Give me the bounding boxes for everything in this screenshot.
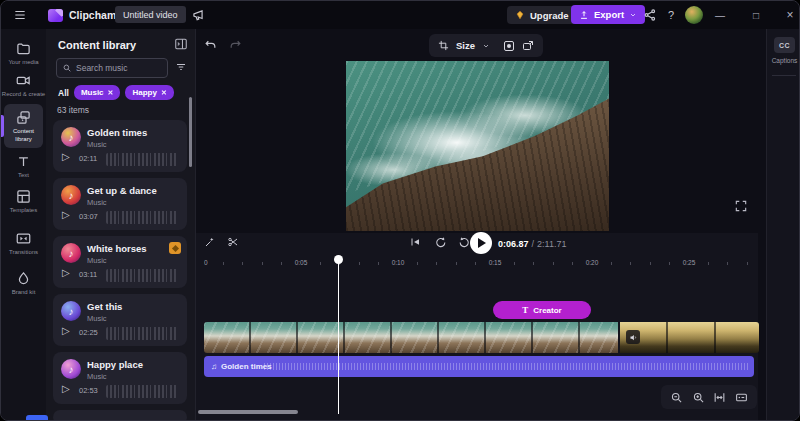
size-button[interactable]: Size	[456, 40, 475, 51]
undo-icon	[204, 38, 217, 51]
autofit-button[interactable]	[522, 40, 534, 52]
horizontal-scrollbar[interactable]	[198, 410, 298, 414]
music-note-icon: ♪	[61, 243, 81, 263]
sidebar-item-record-create[interactable]: Record & create	[1, 73, 46, 99]
collapse-panel-button[interactable]	[174, 37, 188, 51]
diamond-icon	[515, 10, 525, 20]
ruler-label: 0:25	[683, 259, 696, 266]
video-preview	[346, 61, 609, 231]
waveform	[106, 269, 178, 282]
music-track-card[interactable]: ♪ Golden times Music ▷ 02:11	[53, 120, 187, 172]
share-button[interactable]	[643, 1, 657, 29]
announcements-button[interactable]	[191, 1, 800, 29]
captions-button[interactable]: CC	[774, 37, 795, 53]
upgrade-button[interactable]: Upgrade	[507, 6, 577, 24]
redo-icon	[229, 38, 242, 51]
editor-area: Size 0:06.8	[196, 29, 766, 421]
track-duration: 03:11	[79, 270, 97, 279]
background-color-button[interactable]	[503, 40, 515, 52]
clipchamp-logo	[48, 1, 63, 29]
taskbar-peek-fragment	[26, 415, 48, 421]
audio-clip[interactable]: ♫ Golden times	[204, 356, 754, 377]
play-preview-button[interactable]: ▷	[62, 209, 70, 220]
export-button[interactable]: Export	[571, 5, 645, 24]
play-preview-button[interactable]: ▷	[62, 267, 70, 278]
text-icon	[16, 154, 31, 169]
music-track-list: ♪ Golden times Music ▷ 02:11 ♪ Get up & …	[53, 120, 187, 421]
search-box[interactable]	[56, 58, 168, 78]
cc-icon: CC	[779, 42, 790, 49]
sidebar-item-templates[interactable]: Templates	[1, 189, 46, 215]
fullscreen-button[interactable]	[734, 199, 748, 213]
account-avatar[interactable]	[685, 1, 703, 29]
music-track-card[interactable]: ♪ Get this Music ▷ 02:25	[53, 294, 187, 346]
content-library-panel: Content library All Music ✕ Happy ✕ 63 i…	[46, 29, 196, 421]
playhead[interactable]	[334, 255, 343, 415]
chip-close-icon[interactable]: ✕	[161, 89, 167, 97]
waveform	[106, 327, 178, 340]
filter-button[interactable]	[175, 61, 187, 73]
window-minimize-button[interactable]: —	[713, 1, 727, 29]
waveform	[106, 211, 178, 224]
music-note-icon: ♪	[61, 359, 81, 379]
zoom-out-button[interactable]	[670, 391, 683, 404]
sidebar-item-your-media[interactable]: Your media	[1, 41, 46, 67]
sidebar-item-content-library[interactable]: Content library	[4, 104, 43, 148]
hamburger-icon	[13, 8, 27, 22]
window-maximize-button[interactable]: □	[749, 1, 763, 29]
waveform	[106, 385, 178, 398]
top-bar: Clipchamp Untitled video Upgrade Export …	[1, 1, 800, 29]
redo-button[interactable]	[229, 38, 242, 51]
split-button[interactable]	[227, 236, 239, 248]
size-toolbar: Size	[429, 34, 543, 57]
audio-muted-chip	[626, 330, 640, 344]
text-clip[interactable]: T Creator	[493, 301, 591, 319]
sidebar-item-brand-kit[interactable]: Brand kit	[1, 271, 46, 297]
music-track-card[interactable]: ♪ White horses Music ▷ 03:11	[53, 236, 187, 288]
video-clip-ocean[interactable]	[204, 322, 618, 353]
timeline-view-button[interactable]	[735, 391, 748, 404]
sidebar-item-text[interactable]: Text	[1, 154, 46, 180]
jump-back-button[interactable]	[434, 236, 447, 249]
panel-title: Content library	[58, 39, 136, 51]
scissors-icon	[227, 236, 239, 248]
help-button[interactable]: ?	[668, 1, 674, 29]
music-note-icon: ♪	[61, 301, 81, 321]
divider	[772, 75, 796, 76]
play-preview-button[interactable]: ▷	[62, 325, 70, 336]
vertical-scrollbar[interactable]	[189, 97, 192, 167]
sidebar-item-transitions[interactable]: Transitions	[1, 231, 46, 257]
track-duration: 02:25	[79, 328, 98, 337]
text-clip-icon: T	[522, 305, 528, 315]
undo-button[interactable]	[204, 38, 217, 51]
timeline-ruler[interactable]: 0 0:05 0:10 0:15 0:20 0:25	[204, 258, 763, 270]
magic-tools-button[interactable]	[204, 236, 216, 248]
filter-chip-happy[interactable]: Happy ✕	[125, 85, 173, 100]
skip-start-icon	[409, 236, 421, 248]
zoom-fit-button[interactable]	[713, 391, 726, 404]
items-count: 63 items	[57, 105, 89, 115]
play-preview-button[interactable]: ▷	[62, 383, 70, 394]
music-track-card[interactable]: ♪ Happy place Music ▷ 02:53	[53, 352, 187, 404]
music-track-card-partial[interactable]	[53, 410, 187, 421]
music-track-card[interactable]: ♪ Get up & dance Music ▷ 03:07	[53, 178, 187, 230]
search-input[interactable]	[76, 63, 162, 73]
project-title-button[interactable]: Untitled video	[115, 6, 186, 23]
play-preview-button[interactable]: ▷	[62, 151, 70, 162]
music-note-icon: ♪	[61, 127, 81, 147]
filter-icon	[175, 61, 187, 73]
chip-close-icon[interactable]: ✕	[108, 89, 114, 97]
hamburger-menu-button[interactable]	[13, 1, 27, 29]
window-close-button[interactable]: ×	[783, 1, 797, 29]
filter-all[interactable]: All	[58, 88, 69, 98]
video-clip-sunrise[interactable]	[620, 322, 759, 353]
track-duration: 03:07	[79, 212, 98, 221]
timeline-zoom-controls	[661, 385, 757, 409]
skip-to-start-button[interactable]	[409, 236, 421, 248]
transitions-icon	[16, 231, 31, 246]
timecode: 0:06.87 / 2:11.71	[498, 239, 566, 249]
filter-chip-music[interactable]: Music ✕	[74, 85, 121, 100]
play-button[interactable]	[470, 232, 492, 254]
zoom-in-button[interactable]	[692, 391, 705, 404]
ruler-label: 0:05	[295, 259, 308, 266]
